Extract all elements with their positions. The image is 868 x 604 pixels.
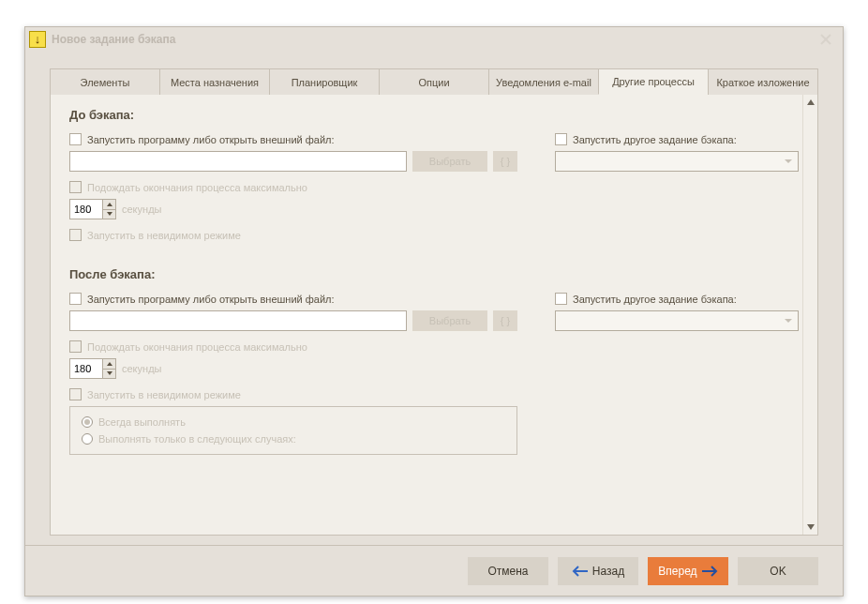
tab-other-processes[interactable]: Другие процессы bbox=[598, 68, 708, 95]
before-other-task-combo[interactable] bbox=[555, 151, 799, 172]
back-label: Назад bbox=[592, 565, 624, 578]
radio-conditional[interactable] bbox=[82, 433, 93, 445]
radio-always[interactable] bbox=[82, 416, 93, 428]
tab-email[interactable]: Уведомления e-mail bbox=[488, 68, 598, 95]
before-run-program-checkbox[interactable] bbox=[69, 133, 82, 145]
tab-elements[interactable]: Элементы bbox=[50, 68, 159, 95]
svg-marker-5 bbox=[107, 212, 112, 216]
back-button[interactable]: Назад bbox=[558, 557, 638, 585]
chevron-up-icon bbox=[107, 362, 112, 366]
before-wait-label: Подождать окончания процесса максимально bbox=[87, 182, 307, 193]
before-wait-down[interactable] bbox=[103, 210, 115, 219]
after-variables-button[interactable]: { } bbox=[493, 310, 517, 331]
chevron-up-icon bbox=[107, 203, 112, 206]
after-wait-unit: секунды bbox=[122, 363, 161, 374]
arrow-right-icon bbox=[701, 566, 718, 577]
after-program-path-input[interactable] bbox=[69, 310, 407, 331]
after-run-program-label: Запустить программу либо открыть внешний… bbox=[87, 294, 335, 305]
after-wait-label: Подождать окончания процесса максимально bbox=[87, 341, 307, 353]
before-invisible-checkbox[interactable] bbox=[69, 229, 82, 241]
arrow-left-icon bbox=[572, 566, 589, 577]
cancel-button[interactable]: Отмена bbox=[468, 557, 548, 585]
dialog-footer: Отмена Назад Вперед OK bbox=[25, 545, 843, 596]
chevron-up-icon bbox=[807, 99, 815, 105]
app-icon: ↓ bbox=[29, 31, 46, 48]
after-backup-section: После бэкапа: Запустить программу либо о… bbox=[69, 267, 799, 455]
chevron-down-icon bbox=[107, 212, 112, 216]
content-area: Элементы Места назначения Планировщик Оп… bbox=[50, 68, 818, 536]
after-section-title: После бэкапа: bbox=[69, 267, 799, 281]
after-wait-spinner[interactable] bbox=[69, 358, 116, 379]
before-program-path-input[interactable] bbox=[69, 151, 407, 172]
before-wait-checkbox[interactable] bbox=[69, 181, 82, 193]
tab-panel: До бэкапа: Запустить программу либо откр… bbox=[50, 95, 818, 536]
svg-marker-7 bbox=[107, 371, 112, 375]
before-wait-spinner[interactable] bbox=[69, 199, 116, 219]
before-run-other-checkbox[interactable] bbox=[555, 133, 567, 145]
next-label: Вперед bbox=[658, 565, 696, 578]
before-section-title: До бэкапа: bbox=[69, 108, 799, 122]
after-run-program-checkbox[interactable] bbox=[69, 293, 82, 305]
tab-bar: Элементы Места назначения Планировщик Оп… bbox=[50, 68, 818, 95]
chevron-down-icon bbox=[807, 524, 815, 530]
before-select-button[interactable]: Выбрать bbox=[412, 151, 487, 172]
radio-conditional-label: Выполнять только в следующих случаях: bbox=[98, 433, 296, 445]
before-variables-button[interactable]: { } bbox=[493, 151, 517, 172]
close-button[interactable] bbox=[809, 27, 843, 52]
before-wait-unit: секунды bbox=[122, 204, 161, 215]
after-run-other-checkbox[interactable] bbox=[555, 293, 567, 305]
tab-destinations[interactable]: Места назначения bbox=[159, 68, 269, 95]
after-wait-value[interactable] bbox=[70, 359, 102, 378]
tab-options[interactable]: Опции bbox=[379, 68, 488, 95]
after-run-other-label: Запустить другое задание бэкапа: bbox=[573, 294, 737, 305]
svg-marker-6 bbox=[107, 362, 112, 366]
after-select-button[interactable]: Выбрать bbox=[412, 310, 487, 331]
ok-label: OK bbox=[770, 565, 786, 578]
ok-button[interactable]: OK bbox=[738, 557, 818, 585]
before-backup-section: До бэкапа: Запустить программу либо откр… bbox=[69, 108, 799, 247]
chevron-down-icon bbox=[107, 371, 112, 375]
scroll-down-button[interactable] bbox=[803, 520, 818, 535]
before-wait-up[interactable] bbox=[103, 200, 115, 210]
next-button[interactable]: Вперед bbox=[648, 557, 728, 585]
after-invisible-label: Запустить в невидимом режиме bbox=[87, 389, 241, 400]
before-invisible-label: Запустить в невидимом режиме bbox=[87, 230, 241, 241]
close-icon bbox=[820, 34, 831, 45]
svg-marker-2 bbox=[807, 99, 815, 105]
dialog-window: ↓ Новое задание бэкапа Элементы Места на… bbox=[24, 26, 844, 596]
after-other-task-combo[interactable] bbox=[555, 310, 799, 331]
title-bar: ↓ Новое задание бэкапа bbox=[25, 27, 843, 52]
window-title: Новое задание бэкапа bbox=[52, 33, 175, 46]
svg-marker-3 bbox=[807, 524, 815, 530]
scroll-up-button[interactable] bbox=[803, 95, 818, 110]
tab-summary[interactable]: Краткое изложение bbox=[708, 68, 818, 95]
cancel-label: Отмена bbox=[487, 565, 528, 578]
after-wait-down[interactable] bbox=[103, 370, 115, 379]
vertical-scrollbar[interactable] bbox=[802, 95, 817, 535]
tab-scheduler[interactable]: Планировщик bbox=[269, 68, 379, 95]
after-wait-up[interactable] bbox=[103, 359, 115, 370]
before-run-program-label: Запустить программу либо открыть внешний… bbox=[87, 134, 335, 145]
after-condition-group: Всегда выполнять Выполнять только в след… bbox=[69, 406, 517, 455]
before-run-other-label: Запустить другое задание бэкапа: bbox=[573, 134, 737, 145]
svg-marker-4 bbox=[107, 203, 112, 206]
before-wait-value[interactable] bbox=[70, 200, 102, 219]
after-invisible-checkbox[interactable] bbox=[69, 388, 82, 400]
after-wait-checkbox[interactable] bbox=[69, 340, 82, 353]
radio-always-label: Всегда выполнять bbox=[98, 416, 186, 428]
